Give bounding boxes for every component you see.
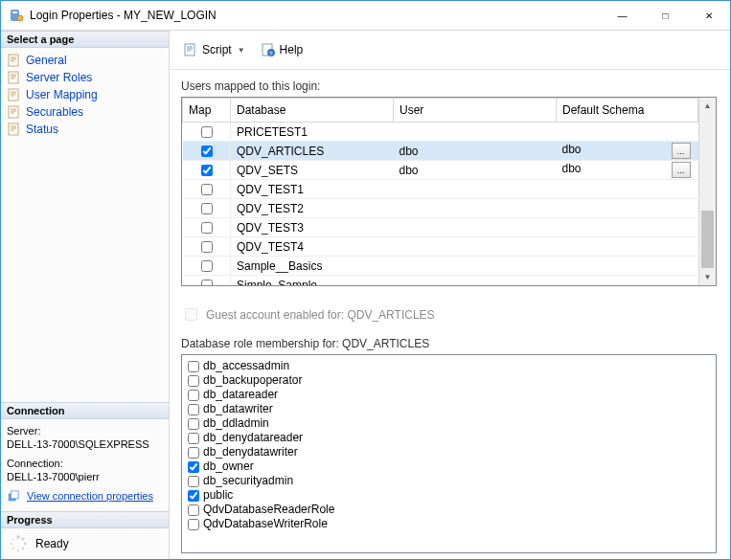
database-cell[interactable]: QDV_TEST2 [231, 199, 394, 218]
database-cell[interactable]: QDV_ARTICLES [231, 142, 394, 161]
map-checkbox[interactable] [201, 184, 213, 195]
map-cell[interactable] [183, 180, 231, 199]
role-checkbox[interactable] [188, 461, 199, 473]
user-cell[interactable] [394, 199, 557, 218]
user-cell[interactable]: dbo [394, 142, 557, 161]
map-checkbox[interactable] [201, 241, 213, 253]
nav-item-status[interactable]: Status [5, 121, 165, 138]
role-checkbox[interactable] [188, 418, 199, 430]
col-database[interactable]: Database [231, 99, 394, 123]
script-button[interactable]: Script ▼ [177, 40, 251, 59]
scroll-up-icon[interactable]: ▲ [699, 98, 716, 114]
users-mapped-grid[interactable]: Map Database User Default Schema PRICETE… [181, 97, 717, 286]
schema-cell[interactable]: dbo... [557, 142, 698, 161]
user-cell[interactable] [394, 123, 557, 142]
role-checkbox[interactable] [188, 447, 199, 459]
table-row[interactable]: QDV_ARTICLESdbodbo... [183, 142, 698, 161]
role-item[interactable]: db_securityadmin [188, 474, 710, 488]
schema-cell[interactable] [557, 123, 698, 142]
map-checkbox[interactable] [201, 126, 213, 138]
table-row[interactable]: QDV_TEST3 [183, 218, 698, 237]
role-checkbox[interactable] [188, 404, 199, 415]
table-row[interactable]: QDV_SETSdbodbo... [183, 161, 698, 180]
view-connection-properties-link[interactable]: View connection properties [27, 490, 153, 502]
col-default-schema[interactable]: Default Schema [557, 99, 698, 123]
map-cell[interactable] [183, 237, 231, 257]
schema-cell[interactable] [557, 218, 698, 237]
table-row[interactable]: Simple_Sample [183, 276, 698, 286]
role-checkbox[interactable] [188, 490, 199, 502]
database-cell[interactable]: QDV_SETS [231, 161, 394, 180]
scroll-down-icon[interactable]: ▼ [699, 269, 716, 285]
database-cell[interactable]: Simple_Sample [231, 276, 394, 286]
database-cell[interactable]: Sample__Basics [231, 257, 394, 276]
map-cell[interactable] [183, 257, 231, 276]
map-checkbox[interactable] [201, 260, 213, 272]
role-item[interactable]: db_datareader [188, 388, 710, 402]
map-cell[interactable] [183, 123, 231, 142]
map-cell[interactable] [183, 142, 231, 161]
role-checkbox[interactable] [188, 504, 199, 516]
user-cell[interactable] [394, 180, 557, 199]
role-checkbox[interactable] [188, 375, 199, 387]
nav-item-securables[interactable]: Securables [5, 103, 165, 121]
table-row[interactable]: QDV_TEST4 [183, 237, 698, 257]
user-cell[interactable]: dbo [394, 161, 557, 180]
map-checkbox[interactable] [201, 146, 213, 157]
role-checkbox[interactable] [188, 361, 199, 372]
map-cell[interactable] [183, 199, 231, 218]
nav-item-server-roles[interactable]: Server Roles [5, 69, 165, 86]
role-item[interactable]: db_datawriter [188, 402, 710, 416]
minimize-button[interactable]: — [601, 2, 644, 30]
table-row[interactable]: QDV_TEST1 [183, 180, 698, 199]
map-cell[interactable] [183, 276, 231, 286]
schema-cell[interactable] [557, 237, 698, 257]
table-row[interactable]: Sample__Basics [183, 257, 698, 276]
scroll-thumb[interactable] [701, 211, 714, 268]
database-cell[interactable]: PRICETEST1 [231, 123, 394, 142]
grid-scrollbar[interactable]: ▲ ▼ [698, 98, 716, 285]
schema-cell[interactable]: dbo... [557, 161, 698, 180]
map-cell[interactable] [183, 218, 231, 237]
role-checkbox[interactable] [188, 519, 199, 530]
role-item[interactable]: db_owner [188, 459, 710, 474]
map-checkbox[interactable] [201, 165, 213, 176]
role-item[interactable]: db_accessadmin [188, 359, 710, 373]
database-cell[interactable]: QDV_TEST3 [231, 218, 394, 237]
user-cell[interactable] [394, 276, 557, 286]
role-checkbox[interactable] [188, 476, 199, 487]
schema-cell[interactable] [557, 180, 698, 199]
table-row[interactable]: QDV_TEST2 [183, 199, 698, 218]
map-checkbox[interactable] [201, 222, 213, 234]
schema-cell[interactable] [557, 257, 698, 276]
role-item[interactable]: db_denydatawriter [188, 445, 710, 459]
user-cell[interactable] [394, 237, 557, 257]
role-item[interactable]: db_backupoperator [188, 373, 710, 388]
map-cell[interactable] [183, 161, 231, 180]
schema-browse-button[interactable]: ... [672, 162, 691, 178]
user-cell[interactable] [394, 218, 557, 237]
role-item[interactable]: db_ddladmin [188, 416, 710, 431]
role-item[interactable]: public [188, 488, 710, 503]
role-checkbox[interactable] [188, 433, 199, 444]
map-checkbox[interactable] [201, 280, 213, 286]
table-row[interactable]: PRICETEST1 [183, 123, 698, 142]
maximize-button[interactable]: □ [644, 2, 687, 30]
database-cell[interactable]: QDV_TEST1 [231, 180, 394, 199]
schema-cell[interactable] [557, 276, 698, 286]
user-cell[interactable] [394, 257, 557, 276]
schema-cell[interactable] [557, 199, 698, 218]
nav-item-user-mapping[interactable]: User Mapping [5, 86, 165, 103]
role-item[interactable]: QdvDatabaseWriterRole [188, 517, 710, 531]
database-cell[interactable]: QDV_TEST4 [231, 237, 394, 257]
schema-browse-button[interactable]: ... [672, 143, 691, 159]
close-button[interactable]: ✕ [687, 2, 730, 30]
col-user[interactable]: User [394, 99, 557, 123]
col-map[interactable]: Map [183, 99, 231, 123]
role-item[interactable]: db_denydatareader [188, 431, 710, 445]
roles-listbox[interactable]: db_accessadmindb_backupoperatordb_datare… [181, 354, 717, 553]
nav-item-general[interactable]: General [5, 52, 165, 69]
role-checkbox[interactable] [188, 390, 199, 401]
help-button[interactable]: ? Help [255, 40, 309, 59]
role-item[interactable]: QdvDatabaseReaderRole [188, 503, 710, 517]
